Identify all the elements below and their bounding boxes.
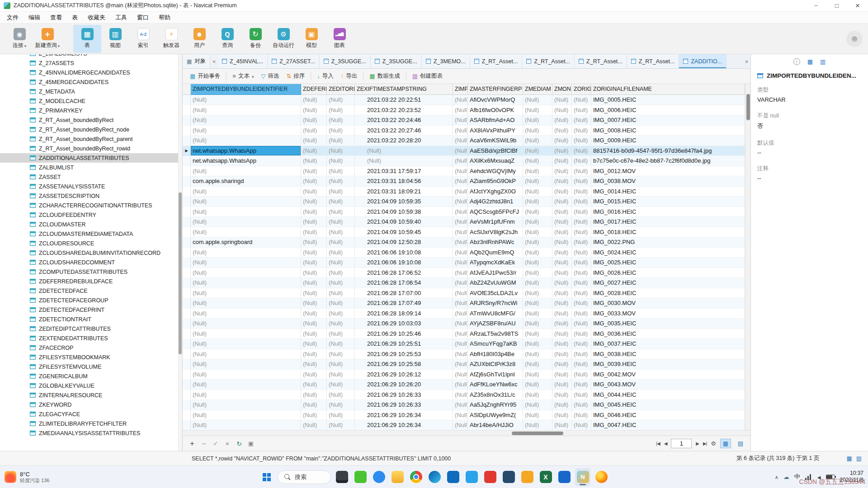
- table-cell[interactable]: 2021:04:09 10:59:38: [355, 207, 453, 217]
- sidebar-item[interactable]: ZCLOUDSHAREDALBUMINVITATIONRECORD: [0, 248, 182, 258]
- table-cell[interactable]: (Null): [572, 288, 591, 299]
- table-cell[interactable]: (Null): [572, 410, 591, 421]
- table-cell[interactable]: 2021:03:31 17:59:17: [355, 166, 453, 177]
- taskbar-wechat-button[interactable]: [353, 468, 368, 486]
- tab-scroll-right-icon[interactable]: [743, 54, 750, 68]
- table-cell[interactable]: (Null): [327, 156, 355, 166]
- table-cell[interactable]: IMG_0007.HEIC: [591, 115, 745, 126]
- tab-table[interactable]: Z_45INVAL...: [218, 54, 268, 68]
- table-cell[interactable]: (Null): [301, 329, 327, 339]
- sidebar-item[interactable]: ZASSETANALYSISSTATE: [0, 182, 182, 191]
- table-cell[interactable]: 2021:03:22 20:22:51: [355, 95, 453, 105]
- table-cell[interactable]: (Null): [523, 359, 552, 370]
- table-cell[interactable]: (Null): [301, 105, 327, 116]
- table-cell[interactable]: (Null): [327, 288, 355, 299]
- table-cell[interactable]: (Null): [523, 227, 552, 238]
- table-cell[interactable]: AQCScsgb5FPcFJ: [468, 207, 523, 217]
- table-cell[interactable]: (Null): [552, 309, 572, 319]
- toolbar-backup-button[interactable]: 备份: [241, 25, 269, 53]
- table-cell[interactable]: IMG_0012.MOV: [591, 166, 745, 177]
- table-cell[interactable]: (Null): [572, 258, 591, 268]
- table-cell[interactable]: (Null): [523, 207, 552, 217]
- table-cell[interactable]: (Null): [301, 197, 327, 207]
- tab-table[interactable]: Z_RT_Asset...: [470, 54, 523, 68]
- toolbar-chart-button[interactable]: 图表: [326, 25, 354, 53]
- sidebar-item[interactable]: Z_26ALBUMLISTS: [0, 54, 182, 58]
- table-cell[interactable]: 2021:06:28 17:07:49: [355, 298, 453, 309]
- table-cell[interactable]: (Null): [301, 309, 327, 319]
- table-cell[interactable]: (Null): [572, 115, 591, 126]
- table-cell[interactable]: com.apple.springboard: [191, 237, 301, 248]
- table-cell[interactable]: IMG_0014.HEIC: [591, 187, 745, 197]
- table-row[interactable]: (Null)(Null)(Null)2021:03:31 18:09:21(Nu…: [183, 187, 745, 197]
- table-cell[interactable]: (Null): [552, 370, 572, 380]
- sidebar-item[interactable]: ZKEYWORD: [0, 400, 182, 409]
- sidebar-item[interactable]: Z_PRIMARYKEY: [0, 106, 182, 115]
- record-discard-changes-button[interactable]: [222, 439, 232, 449]
- grid-view-toggle[interactable]: [720, 439, 731, 448]
- table-cell[interactable]: AfJvEAJ1Pwc53/r: [468, 268, 523, 278]
- taskbar-store-button[interactable]: [445, 468, 461, 486]
- tab-scroll-left-icon[interactable]: [210, 54, 218, 68]
- table-cell[interactable]: (Null): [453, 420, 468, 430]
- table-cell[interactable]: (Null): [523, 156, 552, 166]
- table-cell[interactable]: IMG_0009.HEIC: [591, 136, 745, 146]
- table-cell[interactable]: (Null): [453, 380, 468, 390]
- table-cell[interactable]: (Null): [301, 146, 327, 156]
- table-cell[interactable]: (Null): [327, 349, 355, 360]
- table-cell[interactable]: (Null): [453, 370, 468, 380]
- table-cell[interactable]: (Null): [191, 197, 301, 207]
- table-cell[interactable]: (Null): [572, 420, 591, 430]
- table-cell[interactable]: (Null): [523, 187, 552, 197]
- sidebar-item[interactable]: ZALBUMLIST: [0, 163, 182, 172]
- table-cell[interactable]: (Null): [453, 319, 468, 329]
- table-cell[interactable]: (Null): [552, 217, 572, 227]
- tab-table[interactable]: Z_3SUGGE...: [371, 54, 422, 68]
- table-cell[interactable]: AehdcWGQVjIMy: [468, 166, 523, 177]
- table-cell[interactable]: (Null): [191, 258, 301, 268]
- table-cell[interactable]: (Null): [453, 278, 468, 288]
- table-cell[interactable]: (Null): [301, 380, 327, 390]
- tab-table[interactable]: ZADDITIO...: [679, 54, 726, 68]
- table-cell[interactable]: AcSlJxrV8lgK2sJh: [468, 227, 523, 238]
- minimize-button[interactable]: [806, 0, 826, 11]
- table-cell[interactable]: IMG_0028.HEIC: [591, 288, 745, 299]
- table-cell[interactable]: (Null): [523, 420, 552, 430]
- table-cell[interactable]: (Null): [301, 410, 327, 421]
- table-cell[interactable]: (Null): [572, 268, 591, 278]
- table-cell[interactable]: 2021:06:06 19:10:08: [355, 258, 453, 268]
- table-cell[interactable]: (Null): [301, 278, 327, 288]
- toolbar-view-button[interactable]: 视图: [101, 25, 129, 53]
- table-cell[interactable]: (Null): [523, 298, 552, 309]
- table-cell[interactable]: (Null): [523, 197, 552, 207]
- sidebar-item[interactable]: ZCLOUDRESOURCE: [0, 239, 182, 248]
- table-cell[interactable]: (Null): [572, 166, 591, 177]
- table-cell[interactable]: (Null): [523, 390, 552, 400]
- table-cell[interactable]: (Null): [552, 105, 572, 116]
- filterbar-create-chart-button[interactable]: 创建图表: [409, 70, 446, 82]
- table-cell[interactable]: (Null): [552, 278, 572, 288]
- table-cell[interactable]: (Null): [191, 380, 301, 390]
- table-cell[interactable]: (Null): [453, 400, 468, 410]
- cloud-icon[interactable]: [783, 474, 789, 480]
- table-cell[interactable]: (Null): [301, 339, 327, 349]
- table-cell[interactable]: (Null): [301, 176, 327, 187]
- taskbar-firefox-button[interactable]: [594, 468, 609, 486]
- table-cell[interactable]: (Null): [191, 309, 301, 319]
- table-cell[interactable]: (Null): [327, 278, 355, 288]
- table-cell[interactable]: IMG_0038.MOV: [591, 176, 745, 187]
- column-header[interactable]: ZORIG: [572, 84, 591, 95]
- table-cell[interactable]: (Null): [453, 136, 468, 146]
- sidebar-item[interactable]: ZLEGACYFACE: [0, 409, 182, 419]
- column-header[interactable]: ZIMPORTEDBYBUNDLEIDENTIFIER: [191, 84, 301, 95]
- table-cell[interactable]: (Null): [301, 359, 327, 370]
- table-cell[interactable]: (Null): [327, 359, 355, 370]
- table-cell[interactable]: 2021:06:28 17:06:54: [355, 278, 453, 288]
- table-cell[interactable]: (Null): [453, 156, 468, 166]
- table-cell[interactable]: (Null): [523, 268, 552, 278]
- table-cell[interactable]: 2021:06:29 10:03:03: [355, 319, 453, 329]
- table-cell[interactable]: IMG_0035.HEIC: [591, 319, 745, 329]
- table-cell[interactable]: IMG_0046.HEIC: [591, 410, 745, 421]
- table-cell[interactable]: ATypqmcXdKaEk: [468, 258, 523, 268]
- table-row[interactable]: (Null)(Null)(Null)2021:06:28 17:06:52(Nu…: [183, 268, 745, 278]
